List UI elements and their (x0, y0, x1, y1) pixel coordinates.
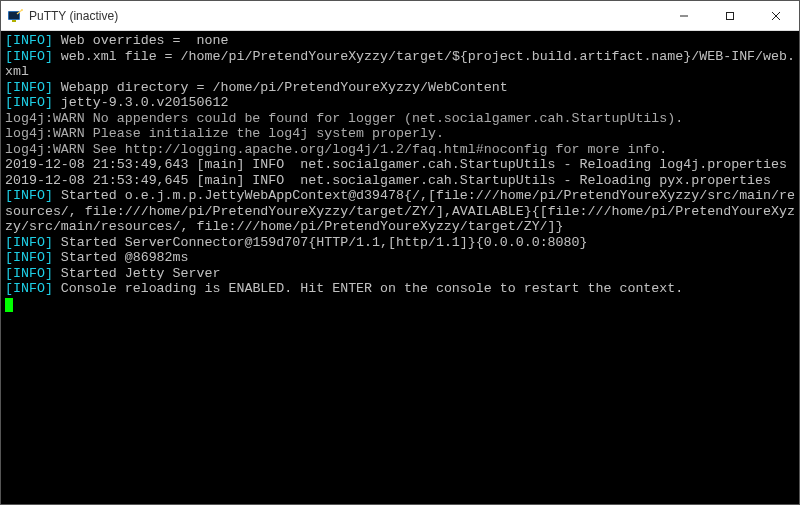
log-line: 2019-12-08 21:53:49,645 [main] INFO net.… (5, 173, 771, 188)
minimize-button[interactable] (661, 1, 707, 30)
svg-point-3 (21, 9, 23, 11)
info-tag: [INFO] (5, 188, 53, 203)
close-button[interactable] (753, 1, 799, 30)
log-line: [INFO] Webapp directory = /home/pi/Prete… (5, 80, 508, 95)
log-line: [INFO] Web overrides = none (5, 33, 228, 48)
info-tag: [INFO] (5, 33, 53, 48)
log-line: [INFO] Started Jetty Server (5, 266, 220, 281)
svg-rect-2 (12, 20, 16, 22)
info-tag: [INFO] (5, 49, 53, 64)
info-tag: [INFO] (5, 266, 53, 281)
log-line: log4j:WARN Please initialize the log4j s… (5, 126, 444, 141)
maximize-button[interactable] (707, 1, 753, 30)
info-tag: [INFO] (5, 80, 53, 95)
log-line: [INFO] web.xml file = /home/pi/PretendYo… (5, 49, 795, 80)
log-line: log4j:WARN See http://logging.apache.org… (5, 142, 667, 157)
log-line: [INFO] Started ServerConnector@159d707{H… (5, 235, 588, 250)
titlebar[interactable]: PuTTY (inactive) (1, 1, 799, 31)
putty-window: PuTTY (inactive) [INFO] Web overrides = … (0, 0, 800, 505)
putty-icon (7, 8, 23, 24)
log-line: [INFO] Started o.e.j.m.p.JettyWebAppCont… (5, 188, 795, 234)
log-line: 2019-12-08 21:53:49,643 [main] INFO net.… (5, 157, 787, 172)
terminal-cursor (5, 298, 13, 312)
info-tag: [INFO] (5, 281, 53, 296)
window-controls (661, 1, 799, 30)
window-title: PuTTY (inactive) (29, 9, 661, 23)
svg-rect-5 (727, 12, 734, 19)
log-line: [INFO] jetty-9.3.0.v20150612 (5, 95, 228, 110)
minimize-icon (679, 11, 689, 21)
log-line: [INFO] Started @86982ms (5, 250, 189, 265)
info-tag: [INFO] (5, 250, 53, 265)
maximize-icon (725, 11, 735, 21)
info-tag: [INFO] (5, 235, 53, 250)
close-icon (771, 11, 781, 21)
terminal-output[interactable]: [INFO] Web overrides = none [INFO] web.x… (1, 31, 799, 504)
log-line: [INFO] Console reloading is ENABLED. Hit… (5, 281, 683, 296)
log-line: log4j:WARN No appenders could be found f… (5, 111, 683, 126)
info-tag: [INFO] (5, 95, 53, 110)
